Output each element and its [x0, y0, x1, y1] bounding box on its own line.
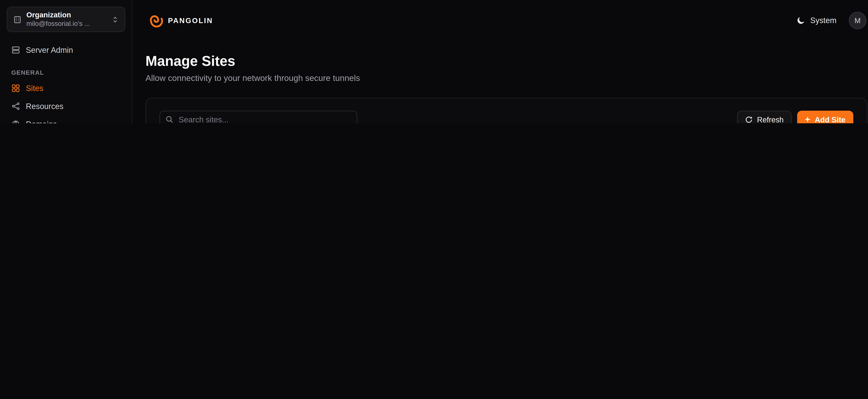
- sidebar-item-resources[interactable]: Resources: [7, 97, 125, 115]
- moon-icon: [797, 16, 806, 25]
- sidebar-item-sites[interactable]: Sites: [7, 79, 125, 97]
- add-site-button[interactable]: + Add Site: [797, 111, 854, 123]
- org-title: Organization: [26, 10, 107, 20]
- sites-icon: [11, 84, 20, 93]
- section-heading-general: GENERAL: [11, 69, 121, 76]
- sidebar-item-label: Resources: [26, 102, 64, 111]
- avatar[interactable]: M: [849, 11, 866, 29]
- sidebar-item-label: Server Admin: [26, 45, 73, 55]
- org-subtitle: milo@fossorial.io's ...: [26, 20, 107, 28]
- brand-name: PANGOLIN: [168, 16, 213, 25]
- chevrons-up-down-icon: [111, 16, 119, 23]
- table-toolbar: Refresh + Add Site: [159, 111, 853, 123]
- refresh-icon: [745, 116, 752, 123]
- sidebar-item-domains[interactable]: Domains: [7, 115, 125, 123]
- refresh-button[interactable]: Refresh: [737, 111, 792, 123]
- sidebar: Organization milo@fossorial.io's ... Ser…: [0, 0, 133, 123]
- search-icon: [165, 115, 174, 123]
- server-icon: [11, 45, 20, 55]
- sidebar-item-server-admin[interactable]: Server Admin: [7, 41, 125, 59]
- page-content: Manage Sites Allow connectivity to your …: [133, 40, 868, 123]
- main-area: PANGOLIN System M Manage Sites Allow con…: [133, 0, 868, 123]
- plus-icon: +: [805, 115, 810, 123]
- resources-icon: [11, 102, 20, 111]
- sidebar-item-label: Sites: [26, 84, 43, 93]
- search-input[interactable]: [159, 111, 357, 123]
- org-selector[interactable]: Organization milo@fossorial.io's ...: [7, 7, 125, 32]
- avatar-initial: M: [855, 16, 861, 25]
- app-root: Organization milo@fossorial.io's ... Ser…: [0, 0, 868, 123]
- sidebar-item-label: Domains: [26, 120, 57, 123]
- building-icon: [13, 15, 22, 24]
- theme-toggle-button[interactable]: System: [797, 16, 837, 25]
- topbar: PANGOLIN System M: [133, 0, 868, 40]
- brand: PANGOLIN: [146, 12, 213, 29]
- theme-label: System: [810, 16, 836, 25]
- add-site-label: Add Site: [815, 116, 845, 123]
- globe-icon: [11, 120, 20, 123]
- refresh-label: Refresh: [757, 116, 784, 123]
- page-title: Manage Sites: [146, 53, 867, 69]
- page-subtitle: Allow connectivity to your network throu…: [146, 73, 867, 83]
- sites-card: Refresh + Add Site Name: [146, 98, 867, 123]
- pangolin-logo: [146, 12, 163, 29]
